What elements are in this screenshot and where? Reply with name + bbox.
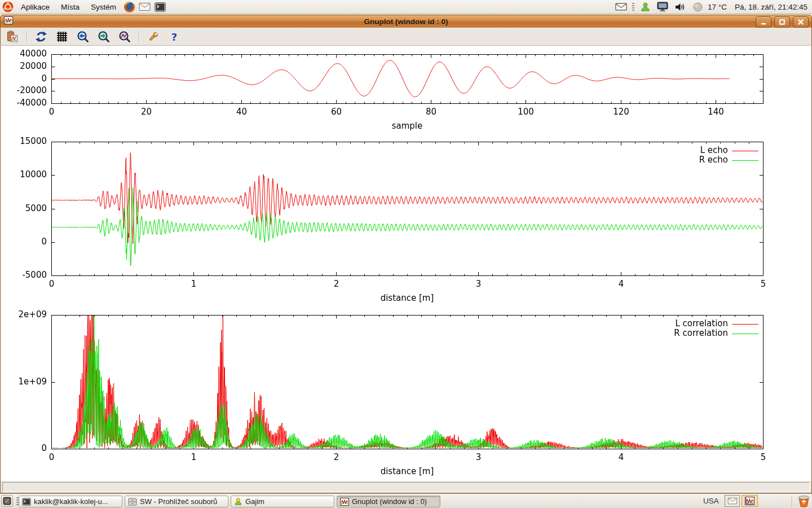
taskbar-task-gnuplot[interactable]: Gnuplot (window id : 0) [337, 496, 440, 507]
copy-plot-button[interactable] [6, 30, 19, 43]
gnuplot-plots-canvas[interactable] [1, 46, 811, 481]
task-label: SW - Prohlížeč souborů [140, 497, 217, 506]
menu-system[interactable]: Systém [85, 0, 122, 14]
mail-launcher-icon[interactable] [139, 1, 151, 13]
grid-toggle-button[interactable] [55, 30, 69, 43]
window-controls [756, 16, 809, 28]
keyboard-layout-indicator[interactable]: USA [703, 497, 719, 505]
tray-separator [792, 496, 792, 507]
toolbar-separator [139, 31, 139, 42]
window-toolbar: ? [0, 28, 812, 46]
svg-text:?: ? [171, 30, 177, 42]
menu-applications[interactable]: Aplikace [15, 0, 55, 14]
applet-handle[interactable] [632, 3, 634, 11]
tray-mail-icon[interactable] [725, 495, 740, 507]
window-titlebar[interactable]: Gnuplot (window id : 0) [0, 15, 812, 28]
ubuntu-logo-icon[interactable] [2, 1, 14, 13]
taskbar: kaklik@kaklik-kolej-u... SW - Prohlížeč … [0, 493, 812, 508]
window-icon [4, 16, 13, 27]
task-label: Gnuplot (window id : 0) [352, 497, 427, 506]
statusbar-field [2, 482, 810, 492]
zoom-previous-button[interactable] [76, 30, 90, 43]
desktop: Aplikace Místa Systém [0, 0, 812, 508]
show-desktop-button[interactable] [1, 495, 13, 507]
taskbar-task-file-browser[interactable]: SW - Prohlížeč souborů [125, 496, 228, 507]
toolbar-separator [27, 31, 27, 42]
terminal-icon [22, 498, 31, 506]
volume-icon[interactable] [674, 1, 686, 13]
firefox-launcher-icon[interactable] [123, 1, 135, 13]
window-title: Gnuplot (window id : 0) [1, 17, 811, 26]
display-settings-icon[interactable] [657, 1, 669, 13]
mail-notifier-icon[interactable] [615, 1, 627, 13]
help-button[interactable]: ? [167, 30, 181, 43]
temperature-indicator[interactable]: 17 °C [708, 3, 727, 11]
clock-indicator[interactable]: Pá, 18. září, 21:42:45 [735, 3, 807, 11]
settings-button[interactable] [147, 30, 160, 43]
plot-canvas-area[interactable] [0, 46, 812, 481]
minimize-button[interactable] [756, 16, 771, 28]
task-label: kaklik@kaklik-kolej-u... [34, 497, 108, 506]
zoom-next-button[interactable] [97, 30, 111, 43]
window-statusbar [0, 481, 812, 493]
task-label: Gajim [245, 497, 264, 506]
gnuplot-icon [340, 497, 349, 506]
gajim-icon [234, 497, 242, 506]
close-button[interactable] [793, 16, 809, 28]
top-panel: Aplikace Místa Systém [0, 0, 812, 14]
tray-gnuplot-window-icon[interactable] [742, 495, 758, 507]
maximize-button[interactable] [774, 16, 790, 28]
zoom-reset-button[interactable] [118, 30, 131, 43]
user-switcher-icon[interactable] [639, 1, 651, 13]
refresh-button[interactable] [34, 30, 48, 43]
taskbar-task-gajim[interactable]: Gajim [231, 496, 334, 507]
terminal-launcher-icon[interactable] [154, 1, 166, 13]
trash-applet-icon[interactable] [797, 495, 810, 508]
file-manager-icon [128, 498, 137, 506]
taskbar-task-terminal[interactable]: kaklik@kaklik-kolej-u... [19, 496, 122, 507]
menu-places[interactable]: Místa [55, 0, 85, 14]
panel-indicator-area: 17 °C Pá, 18. září, 21:42:45 [614, 1, 812, 13]
weather-icon[interactable] [692, 1, 704, 13]
